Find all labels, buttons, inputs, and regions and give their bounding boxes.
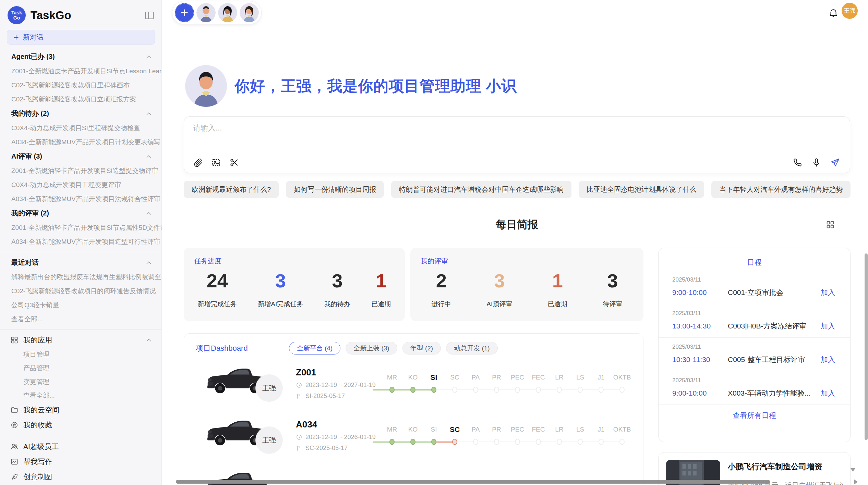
apps-view-all-link[interactable]: 查看全部... [0,389,161,402]
sidebar-task-item[interactable]: A034-全新新能源MUV产品开发项目造型可行性评审 [0,235,161,249]
sidebar-task-item[interactable]: C02-飞腾新能源轻客改款项目里程碑画布 [0,78,161,92]
horizontal-scrollbar[interactable] [176,480,770,484]
milestone-dot [410,387,415,393]
sidebar-section-header[interactable]: Agent已办 (3) [0,49,161,64]
send-icon[interactable] [830,158,840,167]
dashboard-tab[interactable]: 全新上装 (3) [346,342,397,355]
sidebar-item-badge[interactable]: 我的收藏 [0,418,161,433]
project-code: Z001 [296,367,382,378]
recent-chats-header[interactable]: 最近对话 [0,255,161,270]
suggestion-chip[interactable]: 如何写一份清晰的项目周报 [286,181,384,198]
schedule-title: 日程 [659,258,850,267]
sidebar-tool-write[interactable]: 帮我写作 [0,454,161,469]
image-icon[interactable] [211,158,221,167]
milestone: KO [402,373,423,394]
assistant-avatar [185,65,227,107]
sidebar-section-header[interactable]: 我的待办 (2) [0,106,161,121]
milestone-label: SI [423,373,444,382]
user-avatar[interactable]: 王强 [842,3,858,19]
milestone: FEC [528,373,549,394]
project-row[interactable]: 王强A0342023-12-19 ~ 2026-01-19SC-2025-05-… [184,409,643,461]
stat: 2进行中 [432,269,451,309]
scroll-right-arrow[interactable] [854,480,858,484]
mic-icon[interactable] [811,158,821,167]
suggestion-chip[interactable]: 欧洲新规最近颁布了什么? [184,181,279,198]
sidebar-tool-people[interactable]: AI超级员工 [0,439,161,454]
milestone-dot [473,439,478,445]
sidebar-tool-quill[interactable]: 创意制图 [0,469,161,484]
recent-view-all-link[interactable]: 查看全部... [0,312,161,326]
write-icon [10,458,19,466]
app-item[interactable]: 产品管理 [0,361,161,375]
add-agent-button[interactable] [175,3,194,22]
dashboard-header: 项目Dashboard 全新平台 (4)全新上装 (3)年型 (2)动总开发 (… [184,334,643,357]
dashboard-tab[interactable]: 全新平台 (4) [289,342,341,355]
agent-avatar-1[interactable] [196,3,216,22]
phone-icon[interactable] [793,158,803,167]
project-dates: 2023-12-19 ~ 2026-01-19 [305,434,376,441]
suggestion-chip[interactable]: 特朗普可能对进口汽车增税会对中国车企造成哪些影响 [391,181,571,198]
new-chat-button[interactable]: 新对话 [7,30,155,45]
milestone-dot [494,439,499,445]
attach-icon[interactable] [193,158,203,167]
recent-chat-item[interactable]: 解释最新出台的欧盟报废车法规再生塑料比例被调至15%... [0,270,161,284]
sidebar-task-item[interactable]: Z001-全新燃油皮卡产品开发项目SI节点Lesson Learn报告 [0,64,161,78]
sidebar-task-item[interactable]: Z001-全新燃油轻卡产品开发项目SI造型提交物评审 [0,164,161,178]
sidebar-task-item[interactable]: A034-全新新能源MUV产品开发项目法规符合性评审 [0,192,161,206]
project-row[interactable]: 王强Z0012023-12-19 ~ 2027-01-19SI-2025-05-… [184,357,643,409]
layout-grid-icon[interactable] [825,220,835,229]
vertical-scrollbar[interactable] [865,253,868,440]
join-link[interactable]: 加入 [821,288,835,297]
sidebar-collapse-icon[interactable] [144,10,155,21]
view-all-schedule-link[interactable]: 查看所有日程 [659,411,850,420]
milestone-connector [434,442,455,443]
suggestion-chip[interactable]: 比亚迪全固态电池计划具体说了什么 [579,181,704,198]
dashboard-title: 项目Dashboard [196,343,248,353]
stat-value: 3 [324,269,350,293]
suggestion-chip[interactable]: 当下年轻人对汽车外观有怎样的喜好趋势 [711,181,851,198]
join-link[interactable]: 加入 [821,388,835,398]
sidebar-section-header[interactable]: 我的评审 (2) [0,206,161,221]
stat-label: 新增完成任务 [198,300,237,309]
sidebar-task-item[interactable]: C02-飞腾新能源轻客改款项目立项汇报方案 [0,92,161,106]
stat-label: 已逾期 [548,300,567,309]
schedule-time: 9:00-10:00 [672,288,728,297]
stat-value: 3 [486,269,512,293]
dashboard-tab[interactable]: 年型 (2) [402,342,441,355]
sidebar-section-header[interactable]: AI评审 (3) [0,149,161,164]
sidebar-task-item[interactable]: C0X4-动力总成开发项目工程变更评审 [0,178,161,192]
sidebar-section-title: AI评审 (3) [11,152,145,161]
milestone-label: PEC [507,425,528,434]
milestone-label: OKTB [612,373,632,382]
agent-avatar-2[interactable] [218,3,237,22]
sidebar-item-folder[interactable]: 我的云空间 [0,402,161,418]
project-flag-label: SI-2025-05-17 [305,393,345,400]
milestone-dot [473,387,478,393]
people-icon [10,443,19,451]
milestone-dot [452,387,457,393]
scissors-icon[interactable] [229,158,239,167]
recent-chat-item[interactable]: 公司Q3轻卡销量 [0,298,161,312]
my-apps-header[interactable]: 我的应用 [0,333,161,348]
chat-input[interactable] [193,123,837,150]
milestone-label: SI [423,425,444,434]
flag-icon [296,393,305,399]
notification-bell-icon[interactable] [828,8,839,18]
sidebar-task-item[interactable]: C0X4-动力总成开发项目SI里程碑提交物检查 [0,121,161,135]
agent-avatar-3[interactable] [240,3,259,22]
sidebar-task-item[interactable]: A034-全新新能源MUV产品开发项目计划变更表编写 [0,135,161,149]
sidebar-section-title: 我的评审 (2) [11,209,145,218]
sidebar-task-item[interactable]: Z001-全新燃油轻卡产品开发项目SI节点属性5D文件评审 [0,221,161,235]
join-link[interactable]: 加入 [821,355,835,364]
join-link[interactable]: 加入 [821,321,835,331]
dashboard-tab[interactable]: 动总开发 (1) [446,342,498,355]
milestone-dot [515,387,520,393]
milestone-dot [515,439,520,445]
app-item[interactable]: 项目管理 [0,348,161,361]
recent-chat-item[interactable]: C02-飞腾新能源轻客改款项目的闭环通告反馈情况 [0,284,161,298]
project-milestone-flag: SC-2025-05-17 [296,445,382,452]
stat-value: 3 [603,269,622,293]
milestone-dot [389,439,395,445]
app-item[interactable]: 变更管理 [0,375,161,389]
scroll-down-arrow[interactable] [851,468,855,472]
